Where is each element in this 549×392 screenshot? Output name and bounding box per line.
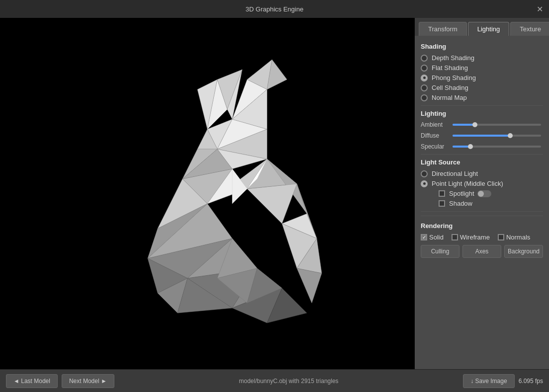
diffuse-thumb [508, 133, 513, 138]
wireframe-checkbox [452, 234, 458, 240]
last-model-button[interactable]: ◄ Last Model [6, 374, 58, 388]
3d-viewport[interactable] [0, 18, 415, 369]
radio-point [421, 180, 428, 187]
radio-cell [421, 84, 428, 91]
shadow-checkbox[interactable] [439, 200, 445, 207]
normals-label: Normals [506, 234, 530, 241]
specular-label: Specular [421, 143, 451, 150]
shading-option-depth[interactable]: Depth Shading [421, 54, 543, 62]
window-title: 3D Graphics Engine [246, 5, 303, 13]
toggle-knob [478, 191, 484, 197]
radio-phong [421, 75, 428, 81]
solid-checkbox: ✓ [421, 234, 427, 240]
panel-content: Shading Depth Shading Flat Shading Phong… [415, 36, 549, 369]
lighting-section: Lighting Ambient Diffuse Spe [421, 110, 543, 150]
svg-marker-13 [247, 184, 297, 224]
ambient-slider-row: Ambient [421, 121, 543, 128]
specular-track[interactable] [453, 146, 541, 148]
svg-marker-18 [297, 268, 322, 303]
rendering-options-row: ✓ Solid Wireframe Normals [421, 234, 543, 241]
ambient-fill [453, 124, 475, 126]
shadow-label: Shadow [449, 200, 472, 207]
shading-option-phong[interactable]: Phong Shading [421, 74, 543, 81]
rendering-section: Rendering ✓ Solid Wireframe Norma [421, 216, 543, 258]
light-directional[interactable]: Directional Light [421, 170, 543, 177]
titlebar: 3D Graphics Engine ✕ [0, 0, 549, 18]
status-bar: ◄ Last Model Next Model ► model/bunnyC.o… [0, 369, 549, 392]
radio-normal [421, 94, 428, 101]
normals-checkbox [498, 234, 504, 240]
ambient-track[interactable] [453, 124, 541, 126]
divider-3 [421, 211, 543, 212]
wireframe-option[interactable]: Wireframe [452, 234, 490, 241]
shading-option-flat[interactable]: Flat Shading [421, 64, 543, 72]
spotlight-row: Spotlight [439, 190, 543, 197]
bunny-render [0, 18, 415, 369]
tab-texture[interactable]: Texture [510, 22, 549, 36]
shading-option-normal[interactable]: Normal Map [421, 94, 543, 101]
radio-directional [421, 170, 428, 177]
svg-marker-41 [232, 169, 247, 204]
background-button[interactable]: Background [504, 245, 543, 258]
fps-counter: 6.095 fps [519, 378, 543, 385]
lighting-title: Lighting [421, 110, 543, 117]
diffuse-label: Diffuse [421, 132, 451, 139]
tab-transform[interactable]: Transform [419, 22, 467, 36]
radio-depth [421, 55, 428, 62]
shading-option-cell[interactable]: Cell Shading [421, 84, 543, 91]
radio-flat [421, 65, 428, 72]
light-point[interactable]: Point Light (Middle Click) [421, 180, 543, 187]
light-source-section: Light Source Directional Light Point Lig… [421, 158, 543, 207]
tab-lighting[interactable]: Lighting [468, 22, 510, 36]
solid-label: Solid [429, 234, 444, 241]
tab-bar: Transform Lighting Texture [415, 18, 549, 36]
spotlight-checkbox[interactable] [439, 190, 445, 197]
rendering-title: Rendering [421, 222, 543, 230]
ambient-thumb [472, 122, 477, 127]
diffuse-fill [453, 135, 510, 137]
bottom-buttons: Culling Axes Background [421, 245, 543, 258]
right-panel: Transform Lighting Texture Shading Depth… [415, 18, 549, 369]
ambient-label: Ambient [421, 121, 451, 128]
main-content: Transform Lighting Texture Shading Depth… [0, 18, 549, 369]
next-model-button[interactable]: Next Model ► [62, 374, 114, 388]
specular-slider-row: Specular [421, 143, 543, 150]
diffuse-slider-row: Diffuse [421, 132, 543, 139]
shading-title: Shading [421, 43, 543, 50]
axes-button[interactable]: Axes [462, 245, 501, 258]
close-button[interactable]: ✕ [537, 4, 543, 14]
save-image-button[interactable]: ↓ Save Image [463, 374, 514, 388]
shading-section: Shading Depth Shading Flat Shading Phong… [421, 43, 543, 101]
diffuse-track[interactable] [453, 135, 541, 137]
culling-button[interactable]: Culling [421, 245, 459, 258]
divider-2 [421, 154, 543, 155]
specular-thumb [468, 144, 473, 149]
normals-option[interactable]: Normals [498, 234, 530, 241]
wireframe-label: Wireframe [460, 234, 490, 241]
model-info: model/bunnyC.obj with 2915 triangles [118, 378, 459, 385]
spotlight-toggle[interactable] [477, 190, 491, 197]
divider-1 [421, 105, 543, 106]
solid-option[interactable]: ✓ Solid [421, 234, 444, 241]
shadow-row: Shadow [439, 200, 543, 207]
spotlight-label: Spotlight [449, 190, 474, 197]
light-source-title: Light Source [421, 158, 543, 166]
